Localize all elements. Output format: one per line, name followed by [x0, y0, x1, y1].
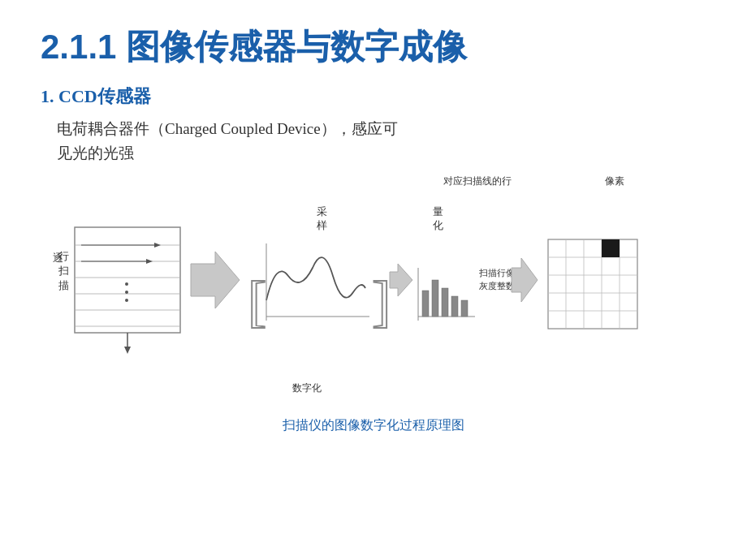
- svg-text:扫: 扫: [58, 265, 69, 277]
- svg-text:行: 行: [58, 250, 69, 262]
- svg-text:描: 描: [58, 279, 69, 291]
- diagram-svg: 逐 行 扫 描: [41, 195, 706, 398]
- svg-rect-33: [461, 300, 468, 317]
- svg-marker-40: [512, 258, 538, 302]
- svg-text:[: [: [248, 270, 266, 333]
- section-title: 1. CCD传感器: [41, 84, 706, 109]
- svg-text:量: 量: [433, 205, 443, 218]
- svg-marker-20: [124, 347, 131, 354]
- description: 电荷耦合器件（Charged Coupled Device），感应可 见光的光强: [57, 117, 706, 166]
- desc-text2: 见光的光强: [57, 144, 134, 162]
- svg-point-16: [125, 282, 128, 286]
- main-title: 2.1.1 图像传感器与数字成像: [41, 24, 706, 70]
- svg-text:采: 采: [317, 205, 327, 218]
- svg-rect-50: [602, 239, 620, 257]
- svg-rect-32: [451, 296, 458, 317]
- label-digitize: 数字化: [292, 381, 322, 395]
- svg-text:样: 样: [317, 219, 327, 231]
- svg-marker-21: [191, 252, 240, 308]
- svg-rect-41: [548, 239, 637, 329]
- label-pixel: 像素: [605, 174, 624, 188]
- diagram-area: 对应扫描线的行 像素 逐 行 扫 描: [41, 174, 706, 434]
- svg-text:化: 化: [433, 219, 443, 231]
- desc-text1: 电荷耦合器件（Charged Coupled Device），感应可: [57, 120, 398, 137]
- page: 2.1.1 图像传感器与数字成像 1. CCD传感器 电荷耦合器件（Charge…: [0, 0, 747, 560]
- svg-rect-30: [432, 280, 438, 317]
- svg-rect-31: [442, 288, 448, 317]
- svg-point-18: [125, 299, 128, 302]
- svg-rect-4: [75, 227, 180, 333]
- label-scan-line: 对应扫描线的行: [437, 174, 518, 188]
- svg-text:]: ]: [372, 270, 391, 333]
- svg-rect-29: [422, 291, 429, 317]
- svg-marker-28: [390, 264, 412, 296]
- diagram-caption: 扫描仪的图像数字化过程原理图: [283, 417, 464, 434]
- svg-point-17: [125, 291, 128, 294]
